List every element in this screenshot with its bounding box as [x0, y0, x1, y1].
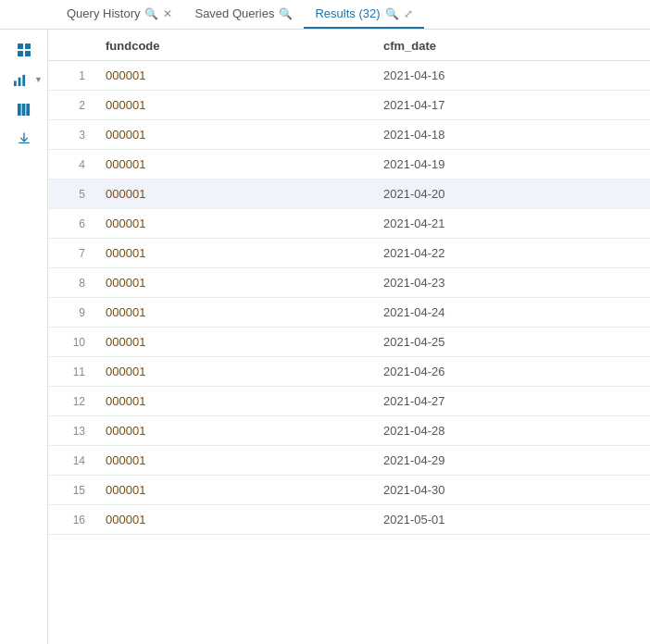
- chart-dropdown-arrow[interactable]: ▼: [34, 75, 43, 84]
- search-icon-query-history[interactable]: 🔍: [144, 7, 158, 20]
- fundcode-cell: 000001: [94, 239, 372, 268]
- tab-query-history[interactable]: Query History 🔍 ✕: [56, 0, 183, 29]
- row-number: 14: [48, 446, 94, 476]
- cfm-date-cell: 2021-04-22: [372, 239, 650, 268]
- table-row[interactable]: 130000012021-04-28: [48, 416, 650, 446]
- table-row[interactable]: 140000012021-04-29: [48, 446, 650, 476]
- table-row[interactable]: 50000012021-04-20: [48, 180, 650, 209]
- table-row[interactable]: 40000012021-04-19: [48, 150, 650, 180]
- row-number: 1: [48, 61, 94, 91]
- row-number: 9: [48, 298, 94, 328]
- tab-saved-queries-label: Saved Queries: [194, 6, 274, 20]
- fundcode-cell: 000001: [94, 476, 372, 505]
- results-table-area[interactable]: fundcode cfm_date 10000012021-04-1620000…: [48, 30, 650, 644]
- fundcode-cell: 000001: [94, 120, 372, 150]
- fundcode-cell: 000001: [94, 180, 372, 209]
- table-row[interactable]: 30000012021-04-18: [48, 120, 650, 150]
- cfm-date-cell: 2021-04-26: [372, 357, 650, 387]
- fundcode-cell: 000001: [94, 298, 372, 328]
- cfm-date-cell: 2021-05-01: [372, 505, 650, 535]
- cfm-date-cell: 2021-04-25: [372, 328, 650, 357]
- table-header-row: fundcode cfm_date: [48, 30, 650, 61]
- table-row[interactable]: 160000012021-05-01: [48, 505, 650, 535]
- fundcode-header: fundcode: [94, 30, 372, 61]
- svg-rect-1: [25, 43, 31, 49]
- row-number: 8: [48, 268, 94, 298]
- table-row[interactable]: 100000012021-04-25: [48, 328, 650, 357]
- row-number: 12: [48, 387, 94, 416]
- row-number: 6: [48, 209, 94, 239]
- fundcode-cell: 000001: [94, 416, 372, 446]
- cfm-date-cell: 2021-04-29: [372, 446, 650, 476]
- table-row[interactable]: 90000012021-04-24: [48, 298, 650, 328]
- svg-rect-3: [25, 51, 31, 56]
- table-row[interactable]: 10000012021-04-16: [48, 61, 650, 91]
- fundcode-cell: 000001: [94, 61, 372, 91]
- table-row[interactable]: 150000012021-04-30: [48, 476, 650, 505]
- row-number: 4: [48, 150, 94, 180]
- cfm-date-cell: 2021-04-23: [372, 268, 650, 298]
- sidebar: ▼: [0, 30, 48, 644]
- table-row[interactable]: 60000012021-04-21: [48, 209, 650, 239]
- fundcode-cell: 000001: [94, 328, 372, 357]
- fundcode-cell: 000001: [94, 150, 372, 180]
- row-num-header: [48, 30, 94, 61]
- svg-rect-2: [18, 51, 23, 56]
- cfm-date-cell: 2021-04-21: [372, 209, 650, 239]
- fundcode-cell: 000001: [94, 268, 372, 298]
- columns-view-button[interactable]: [9, 96, 39, 122]
- cfm-date-cell: 2021-04-28: [372, 416, 650, 446]
- fundcode-cell: 000001: [94, 446, 372, 476]
- cfm-date-cell: 2021-04-16: [372, 61, 650, 91]
- table-row[interactable]: 120000012021-04-27: [48, 387, 650, 416]
- fundcode-cell: 000001: [94, 505, 372, 535]
- row-number: 15: [48, 476, 94, 505]
- cfm-date-header: cfm_date: [372, 30, 650, 61]
- row-number: 13: [48, 416, 94, 446]
- row-number: 5: [48, 180, 94, 209]
- results-table: fundcode cfm_date 10000012021-04-1620000…: [48, 30, 650, 535]
- main-area: ▼ fundcode cfm_date: [0, 30, 650, 644]
- fundcode-cell: 000001: [94, 357, 372, 387]
- close-icon-query-history[interactable]: ✕: [163, 7, 172, 20]
- svg-rect-9: [26, 103, 30, 115]
- fundcode-cell: 000001: [94, 91, 372, 120]
- svg-rect-5: [18, 77, 20, 85]
- search-icon-saved-queries[interactable]: 🔍: [279, 7, 293, 20]
- svg-rect-8: [22, 103, 26, 115]
- cfm-date-cell: 2021-04-30: [372, 476, 650, 505]
- table-row[interactable]: 110000012021-04-26: [48, 357, 650, 387]
- row-number: 2: [48, 91, 94, 120]
- svg-rect-7: [18, 103, 21, 115]
- row-number: 10: [48, 328, 94, 357]
- tab-results-label: Results (32): [315, 6, 380, 20]
- download-button[interactable]: [9, 126, 39, 152]
- svg-rect-0: [18, 43, 23, 49]
- fundcode-cell: 000001: [94, 209, 372, 239]
- row-number: 7: [48, 239, 94, 268]
- grid-view-button[interactable]: [9, 37, 39, 63]
- tab-query-history-label: Query History: [67, 6, 140, 20]
- cfm-date-cell: 2021-04-17: [372, 91, 650, 120]
- cfm-date-cell: 2021-04-27: [372, 387, 650, 416]
- cfm-date-cell: 2021-04-19: [372, 150, 650, 180]
- svg-rect-4: [13, 80, 16, 86]
- cfm-date-cell: 2021-04-24: [372, 298, 650, 328]
- tab-saved-queries[interactable]: Saved Queries 🔍: [183, 0, 304, 29]
- chart-view-group: ▼: [5, 67, 43, 93]
- expand-icon-results[interactable]: ⤢: [404, 7, 413, 20]
- table-row[interactable]: 20000012021-04-17: [48, 91, 650, 120]
- table-row[interactable]: 70000012021-04-22: [48, 239, 650, 268]
- table-row[interactable]: 80000012021-04-23: [48, 268, 650, 298]
- cfm-date-cell: 2021-04-18: [372, 120, 650, 150]
- tab-results[interactable]: Results (32) 🔍 ⤢: [304, 0, 423, 29]
- row-number: 11: [48, 357, 94, 387]
- row-number: 3: [48, 120, 94, 150]
- tab-bar: Query History 🔍 ✕ Saved Queries 🔍 Result…: [0, 0, 650, 30]
- row-number: 16: [48, 505, 94, 535]
- search-icon-results[interactable]: 🔍: [385, 7, 399, 20]
- chart-view-button[interactable]: [5, 67, 34, 93]
- svg-rect-6: [22, 74, 25, 85]
- cfm-date-cell: 2021-04-20: [372, 180, 650, 209]
- fundcode-cell: 000001: [94, 387, 372, 416]
